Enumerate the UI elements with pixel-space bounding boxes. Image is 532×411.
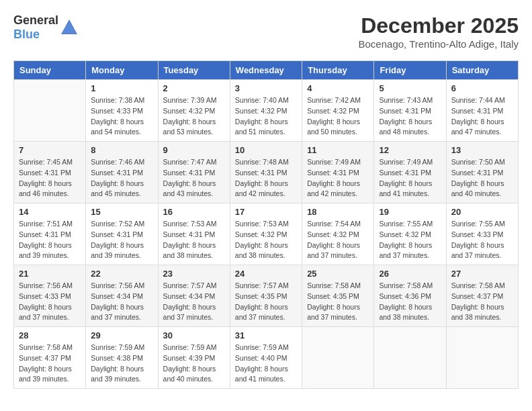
table-row: 29Sunrise: 7:59 AMSunset: 4:38 PMDayligh… <box>86 327 158 389</box>
table-row: 17Sunrise: 7:53 AMSunset: 4:32 PMDayligh… <box>230 203 302 265</box>
day-info: Sunrise: 7:50 AMSunset: 4:31 PMDaylight:… <box>451 157 513 199</box>
day-number: 12 <box>379 145 441 155</box>
day-number: 3 <box>235 83 297 93</box>
calendar-header-row: Sunday Monday Tuesday Wednesday Thursday… <box>14 61 519 80</box>
table-row: 18Sunrise: 7:54 AMSunset: 4:32 PMDayligh… <box>302 203 374 265</box>
table-row: 11Sunrise: 7:49 AMSunset: 4:31 PMDayligh… <box>302 142 374 203</box>
day-info: Sunrise: 7:45 AMSunset: 4:31 PMDaylight:… <box>19 157 81 199</box>
table-row: 10Sunrise: 7:48 AMSunset: 4:31 PMDayligh… <box>230 142 302 203</box>
day-number: 7 <box>19 145 81 155</box>
day-info: Sunrise: 7:58 AMSunset: 4:36 PMDaylight:… <box>379 281 441 323</box>
table-row: 14Sunrise: 7:51 AMSunset: 4:31 PMDayligh… <box>14 203 86 265</box>
day-info: Sunrise: 7:58 AMSunset: 4:37 PMDaylight:… <box>451 281 513 323</box>
table-row <box>374 327 446 389</box>
day-number: 1 <box>91 83 152 93</box>
day-info: Sunrise: 7:56 AMSunset: 4:34 PMDaylight:… <box>91 281 152 323</box>
day-info: Sunrise: 7:51 AMSunset: 4:31 PMDaylight:… <box>19 219 81 261</box>
day-number: 9 <box>163 145 225 155</box>
day-number: 24 <box>235 269 297 279</box>
day-info: Sunrise: 7:54 AMSunset: 4:32 PMDaylight:… <box>307 219 369 261</box>
table-row: 20Sunrise: 7:55 AMSunset: 4:33 PMDayligh… <box>446 203 518 265</box>
table-row: 4Sunrise: 7:42 AMSunset: 4:32 PMDaylight… <box>302 80 374 142</box>
table-row: 23Sunrise: 7:57 AMSunset: 4:34 PMDayligh… <box>158 265 230 327</box>
day-number: 14 <box>19 207 81 217</box>
day-number: 10 <box>235 145 297 155</box>
calendar-table: Sunday Monday Tuesday Wednesday Thursday… <box>13 60 519 389</box>
day-number: 17 <box>235 207 297 217</box>
page-header: General Blue December 2025 Bocenago, Tre… <box>13 13 519 50</box>
table-row: 25Sunrise: 7:58 AMSunset: 4:35 PMDayligh… <box>302 265 374 327</box>
day-info: Sunrise: 7:53 AMSunset: 4:31 PMDaylight:… <box>163 219 225 261</box>
day-info: Sunrise: 7:57 AMSunset: 4:35 PMDaylight:… <box>235 281 297 323</box>
day-number: 15 <box>91 207 152 217</box>
day-number: 20 <box>451 207 513 217</box>
logo-general: General <box>13 13 58 27</box>
day-info: Sunrise: 7:39 AMSunset: 4:32 PMDaylight:… <box>163 95 225 138</box>
calendar-week-row: 14Sunrise: 7:51 AMSunset: 4:31 PMDayligh… <box>14 203 519 265</box>
title-block: December 2025 Bocenago, Trentino-Alto Ad… <box>359 13 519 50</box>
table-row: 6Sunrise: 7:44 AMSunset: 4:31 PMDaylight… <box>446 80 518 142</box>
table-row: 27Sunrise: 7:58 AMSunset: 4:37 PMDayligh… <box>446 265 518 327</box>
day-number: 8 <box>91 145 152 155</box>
day-info: Sunrise: 7:58 AMSunset: 4:37 PMDaylight:… <box>19 342 81 385</box>
day-number: 16 <box>163 207 225 217</box>
table-row: 7Sunrise: 7:45 AMSunset: 4:31 PMDaylight… <box>14 142 86 203</box>
day-info: Sunrise: 7:49 AMSunset: 4:31 PMDaylight:… <box>379 157 441 199</box>
day-info: Sunrise: 7:43 AMSunset: 4:31 PMDaylight:… <box>379 95 441 138</box>
table-row: 28Sunrise: 7:58 AMSunset: 4:37 PMDayligh… <box>14 327 86 389</box>
day-number: 11 <box>307 145 369 155</box>
calendar-week-row: 28Sunrise: 7:58 AMSunset: 4:37 PMDayligh… <box>14 327 519 389</box>
day-number: 18 <box>307 207 369 217</box>
logo-blue: Blue <box>13 28 40 41</box>
day-info: Sunrise: 7:44 AMSunset: 4:31 PMDaylight:… <box>451 95 513 138</box>
svg-marker-1 <box>62 22 76 33</box>
table-row: 1Sunrise: 7:38 AMSunset: 4:33 PMDaylight… <box>86 80 158 142</box>
day-info: Sunrise: 7:52 AMSunset: 4:31 PMDaylight:… <box>91 219 152 261</box>
table-row: 31Sunrise: 7:59 AMSunset: 4:40 PMDayligh… <box>230 327 302 389</box>
logo: General Blue <box>13 13 79 42</box>
day-info: Sunrise: 7:58 AMSunset: 4:35 PMDaylight:… <box>307 281 369 323</box>
day-number: 28 <box>19 330 81 340</box>
calendar-week-row: 1Sunrise: 7:38 AMSunset: 4:33 PMDaylight… <box>14 80 519 142</box>
day-info: Sunrise: 7:42 AMSunset: 4:32 PMDaylight:… <box>307 95 369 138</box>
day-info: Sunrise: 7:47 AMSunset: 4:31 PMDaylight:… <box>163 157 225 199</box>
month-title: December 2025 <box>359 13 519 38</box>
table-row <box>302 327 374 389</box>
day-info: Sunrise: 7:48 AMSunset: 4:31 PMDaylight:… <box>235 157 297 199</box>
table-row: 22Sunrise: 7:56 AMSunset: 4:34 PMDayligh… <box>86 265 158 327</box>
calendar-week-row: 7Sunrise: 7:45 AMSunset: 4:31 PMDaylight… <box>14 142 519 203</box>
table-row: 8Sunrise: 7:46 AMSunset: 4:31 PMDaylight… <box>86 142 158 203</box>
location-title: Bocenago, Trentino-Alto Adige, Italy <box>359 38 519 50</box>
day-number: 23 <box>163 269 225 279</box>
day-info: Sunrise: 7:53 AMSunset: 4:32 PMDaylight:… <box>235 219 297 261</box>
day-info: Sunrise: 7:59 AMSunset: 4:40 PMDaylight:… <box>235 342 297 385</box>
day-info: Sunrise: 7:59 AMSunset: 4:38 PMDaylight:… <box>91 342 152 385</box>
day-info: Sunrise: 7:55 AMSunset: 4:33 PMDaylight:… <box>451 219 513 261</box>
header-thursday: Thursday <box>302 61 374 80</box>
day-number: 26 <box>379 269 441 279</box>
day-number: 31 <box>235 330 297 340</box>
day-info: Sunrise: 7:46 AMSunset: 4:31 PMDaylight:… <box>91 157 152 199</box>
header-wednesday: Wednesday <box>230 61 302 80</box>
calendar-week-row: 21Sunrise: 7:56 AMSunset: 4:33 PMDayligh… <box>14 265 519 327</box>
logo-icon <box>60 18 79 37</box>
table-row: 12Sunrise: 7:49 AMSunset: 4:31 PMDayligh… <box>374 142 446 203</box>
table-row: 24Sunrise: 7:57 AMSunset: 4:35 PMDayligh… <box>230 265 302 327</box>
day-number: 30 <box>163 330 225 340</box>
day-number: 27 <box>451 269 513 279</box>
header-friday: Friday <box>374 61 446 80</box>
table-row: 3Sunrise: 7:40 AMSunset: 4:32 PMDaylight… <box>230 80 302 142</box>
table-row: 2Sunrise: 7:39 AMSunset: 4:32 PMDaylight… <box>158 80 230 142</box>
header-saturday: Saturday <box>446 61 518 80</box>
table-row: 9Sunrise: 7:47 AMSunset: 4:31 PMDaylight… <box>158 142 230 203</box>
header-monday: Monday <box>86 61 158 80</box>
table-row: 30Sunrise: 7:59 AMSunset: 4:39 PMDayligh… <box>158 327 230 389</box>
day-number: 25 <box>307 269 369 279</box>
day-info: Sunrise: 7:57 AMSunset: 4:34 PMDaylight:… <box>163 281 225 323</box>
table-row: 19Sunrise: 7:55 AMSunset: 4:32 PMDayligh… <box>374 203 446 265</box>
table-row <box>14 80 86 142</box>
day-number: 21 <box>19 269 81 279</box>
table-row: 16Sunrise: 7:53 AMSunset: 4:31 PMDayligh… <box>158 203 230 265</box>
day-number: 4 <box>307 83 369 93</box>
table-row: 26Sunrise: 7:58 AMSunset: 4:36 PMDayligh… <box>374 265 446 327</box>
